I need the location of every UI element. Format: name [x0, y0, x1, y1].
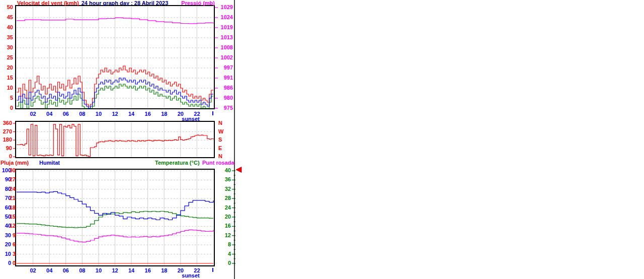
rain-axis-tick: 27: [0, 176, 16, 183]
rain-legend-label: Pluja (mm): [1, 160, 29, 166]
wind-axis-tick: 40: [0, 24, 13, 31]
rain-axis-tick: 9: [0, 232, 16, 239]
temperature-axis-tick: 8: [216, 241, 231, 248]
rain-axis-tick: 3: [0, 251, 16, 257]
direction-axis-tick: 270: [0, 128, 12, 135]
pressure-axis-tick: 986: [218, 85, 233, 91]
compass-label: S: [218, 136, 225, 143]
temperature-axis-tick: 24: [216, 204, 231, 211]
sunset-label: sunset: [176, 116, 206, 122]
wind-axis-tick: 25: [0, 54, 13, 61]
charts-canvas: [0, 0, 252, 279]
pressure-axis-tick: 975: [218, 105, 233, 111]
pressure-axis-tick: 1013: [218, 34, 233, 41]
hour-label: 06: [60, 267, 71, 274]
hour-label: 04: [44, 111, 55, 117]
hour-label: 10: [93, 111, 104, 117]
compass-label: N: [218, 120, 225, 126]
wind-axis-tick: 5: [0, 95, 13, 101]
pressure-axis-tick: 1024: [218, 14, 233, 21]
rain-axis-tick: 21: [0, 195, 16, 201]
pressure-axis-tick: 1019: [218, 24, 233, 31]
wind-axis-tick: 35: [0, 34, 13, 41]
pressure-axis-tick: 1008: [218, 44, 233, 51]
wind-axis-tick: 30: [0, 44, 13, 51]
compass-label: N: [218, 153, 225, 160]
hour-label: 02: [28, 111, 39, 117]
current-time-tick: [212, 268, 213, 272]
temperature-axis-tick: 40: [216, 167, 231, 174]
humidity-legend-label: Humitat: [39, 160, 60, 166]
hour-label: 16: [142, 267, 153, 274]
rain-axis-tick: 18: [0, 204, 16, 211]
current-time-tick: [212, 111, 213, 115]
compass-label: E: [218, 145, 225, 152]
hour-label: 12: [110, 111, 121, 117]
hour-label: 10: [93, 267, 104, 274]
pressure-axis-tick: 980: [218, 95, 233, 101]
temperature-axis-tick: 20: [216, 214, 231, 220]
direction-axis-tick: 90: [0, 145, 12, 152]
direction-axis-tick: 0: [0, 153, 12, 160]
pressure-axis-tick: 1002: [218, 54, 233, 61]
wind-axis-tick: 20: [0, 64, 13, 71]
temperature-axis-tick: 16: [216, 223, 231, 229]
wind-axis-tick: 50: [0, 4, 13, 11]
current-value-marker-icon: [236, 167, 242, 173]
hour-label: 18: [158, 267, 170, 274]
hour-label: 08: [76, 111, 88, 117]
temperature-axis-tick: 4: [216, 251, 231, 257]
temperature-axis-tick: 28: [216, 195, 231, 201]
hour-label: 16: [142, 111, 153, 117]
hour-label: 14: [126, 267, 137, 274]
sunset-label: sunset: [176, 272, 206, 279]
pressure-axis-title: Pressió (mb): [159, 0, 215, 7]
hour-label: 18: [158, 111, 170, 117]
temperature-axis-tick: 32: [216, 186, 231, 192]
temperature-axis-tick: 36: [216, 176, 231, 183]
hour-label: 06: [60, 111, 71, 117]
rain-axis-tick: 12: [0, 223, 16, 229]
wind-axis-tick: 45: [0, 14, 13, 21]
pressure-axis-tick: 1029: [218, 4, 233, 11]
dewpoint-legend-label: Punt rosada: [202, 160, 234, 166]
temperature-legend-label: Temperatura (°C): [155, 160, 200, 166]
rain-axis-tick: 0: [0, 260, 16, 266]
wind-axis-tick: 10: [0, 85, 13, 91]
hour-label: 08: [76, 267, 88, 274]
wind-axis-tick: 15: [0, 75, 13, 81]
hour-label: 02: [28, 267, 39, 274]
weather-station-graph-window: Velocitat del vent (kmh) 24 hour graph d…: [0, 0, 644, 279]
wind-axis-tick: 0: [0, 105, 13, 111]
rain-axis-tick: 15: [0, 214, 16, 220]
pressure-axis-tick: 991: [218, 75, 233, 81]
temperature-axis-tick: 0: [216, 260, 231, 266]
hour-label: 04: [44, 267, 55, 274]
direction-axis-tick: 180: [0, 136, 12, 143]
rain-axis-tick: 30: [0, 167, 16, 174]
rain-axis-tick: 6: [0, 241, 16, 248]
rain-axis-tick: 24: [0, 186, 16, 192]
compass-label: W: [218, 128, 225, 135]
direction-axis-tick: 360: [0, 120, 12, 126]
hour-label: 12: [110, 267, 121, 274]
pressure-axis-tick: 997: [218, 64, 233, 71]
hour-label: 14: [126, 111, 137, 117]
temperature-axis-tick: 12: [216, 232, 231, 239]
